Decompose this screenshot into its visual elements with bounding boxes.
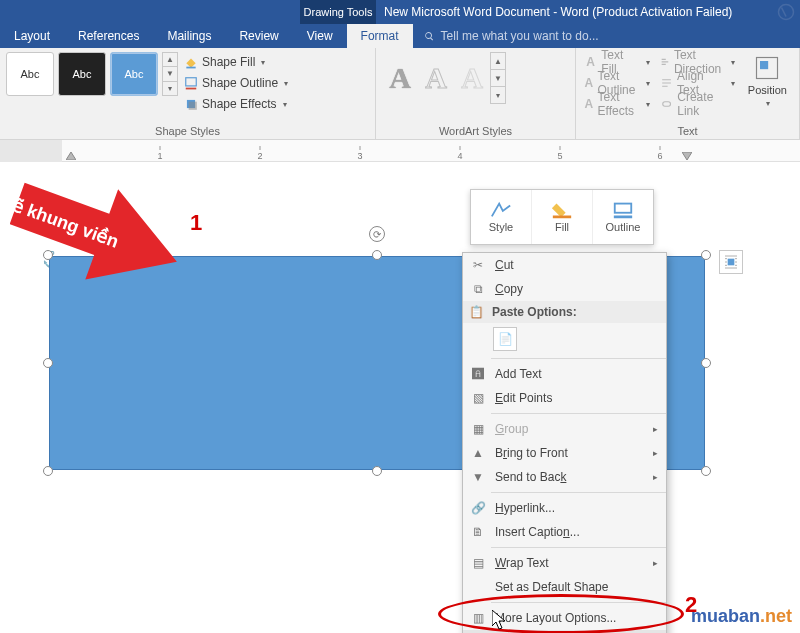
wordart-thumb-3[interactable]: A <box>454 52 490 104</box>
tell-me-placeholder: Tell me what you want to do... <box>441 29 599 43</box>
svg-rect-3 <box>186 88 197 90</box>
mini-outline-button[interactable]: Outline <box>593 190 653 244</box>
resize-handle-e[interactable] <box>701 358 711 368</box>
wordart-gallery-nav[interactable]: ▲▼▾ <box>490 52 506 104</box>
shape-style-gallery[interactable]: Abc Abc Abc ▲▼▾ <box>6 52 178 96</box>
svg-rect-2 <box>186 78 197 86</box>
shape-fill-button[interactable]: Shape Fill▾ <box>184 52 288 72</box>
horizontal-ruler[interactable]: 1 2 3 4 5 6 <box>0 140 800 162</box>
mini-fill-button[interactable]: Fill <box>532 190 593 244</box>
copy-icon: ⧉ <box>469 280 487 298</box>
cut-icon: ✂ <box>469 256 487 274</box>
drawing-tools-tab[interactable]: Drawing Tools <box>300 0 376 24</box>
wordart-thumb-2[interactable]: A <box>418 52 454 104</box>
send-back-icon: ▼ <box>469 468 487 486</box>
resize-handle-sw[interactable] <box>43 466 53 476</box>
tab-layout[interactable]: Layout <box>0 24 64 48</box>
menu-add-text[interactable]: 🅰 Add Text <box>463 362 666 386</box>
svg-rect-7 <box>760 61 768 69</box>
document-canvas[interactable]: ⚓ Style Fill Outline ⟳ <box>0 164 800 633</box>
link-icon: 🔗 <box>469 499 487 517</box>
svg-marker-17 <box>492 610 505 629</box>
resize-handle-nw[interactable] <box>43 250 53 260</box>
ribbon: Abc Abc Abc ▲▼▾ Shape Fill▾ Shape Outlin… <box>0 48 800 140</box>
title-bar: Drawing Tools New Microsoft Word Documen… <box>0 0 800 24</box>
menu-copy[interactable]: ⧉ Copy <box>463 277 666 301</box>
edit-points-icon: ▧ <box>469 389 487 407</box>
paste-option-icon[interactable]: 📄 <box>493 327 517 351</box>
menu-group: ▦ Group▸ <box>463 417 666 441</box>
paste-icon: 📋 <box>469 305 484 319</box>
svg-rect-1 <box>186 67 195 69</box>
svg-text:Vẽ khung viền: Vẽ khung viền <box>10 191 121 252</box>
shape-style-gallery-nav[interactable]: ▲▼▾ <box>162 52 178 96</box>
group-label-text: Text <box>582 123 793 137</box>
group-icon: ▦ <box>469 420 487 438</box>
shape-outline-button[interactable]: Shape Outline▾ <box>184 73 288 93</box>
resize-handle-n[interactable] <box>372 250 382 260</box>
caption-icon: 🗎 <box>469 523 487 541</box>
wrap-text-icon: ▤ <box>469 554 487 572</box>
shape-style-thumb-1[interactable]: Abc <box>6 52 54 96</box>
svg-rect-13 <box>614 216 632 219</box>
tell-me-input[interactable]: Tell me what you want to do... <box>413 24 800 48</box>
position-button[interactable]: Position▾ <box>743 52 791 110</box>
app-logo-icon <box>772 0 800 24</box>
text-effects-button[interactable]: AText Effects▾ <box>584 94 650 114</box>
annotation-number-1: 1 <box>190 210 202 236</box>
bring-front-icon: ▲ <box>469 444 487 462</box>
wrap-text-button[interactable]: Wrap Text <box>795 52 800 110</box>
menu-paste-options: 📋 Paste Options: <box>463 301 666 323</box>
resize-handle-se[interactable] <box>701 466 711 476</box>
menu-insert-caption[interactable]: 🗎 Insert Caption... <box>463 520 666 544</box>
svg-marker-10 <box>682 152 692 160</box>
ribbon-tabs: Layout References Mailings Review View F… <box>0 24 800 48</box>
mini-toolbar: Style Fill Outline <box>470 189 654 245</box>
layout-options-chip[interactable] <box>719 250 743 274</box>
shape-style-thumb-3[interactable]: Abc <box>110 52 158 96</box>
menu-hyperlink[interactable]: 🔗 Hyperlink... <box>463 496 666 520</box>
menu-wrap-text[interactable]: ▤ Wrap Text▸ <box>463 551 666 575</box>
resize-handle-s[interactable] <box>372 466 382 476</box>
add-text-icon: 🅰 <box>469 365 487 383</box>
menu-bring-to-front[interactable]: ▲ Bring to Front▸ <box>463 441 666 465</box>
resize-handle-ne[interactable] <box>701 250 711 260</box>
svg-rect-12 <box>615 204 632 213</box>
shape-style-thumb-2[interactable]: Abc <box>58 52 106 96</box>
group-shape-styles: Abc Abc Abc ▲▼▾ Shape Fill▾ Shape Outlin… <box>0 48 376 139</box>
shape-effects-button[interactable]: Shape Effects▾ <box>184 94 288 114</box>
tab-format[interactable]: Format <box>347 24 413 48</box>
cursor-icon <box>492 610 506 630</box>
layout-icon: ▥ <box>469 609 487 627</box>
context-menu: ✂ Cut ⧉ Copy 📋 Paste Options: 📄 🅰 Add Te… <box>462 252 667 633</box>
mini-style-button[interactable]: Style <box>471 190 532 244</box>
tab-references[interactable]: References <box>64 24 153 48</box>
rotate-handle[interactable]: ⟳ <box>369 226 385 242</box>
group-text-options: AText Fill▾ AText Outline▾ AText Effects… <box>576 48 800 139</box>
menu-set-default-shape[interactable]: Set as Default Shape <box>463 575 666 599</box>
menu-send-to-back[interactable]: ▼ Send to Back▸ <box>463 465 666 489</box>
document-title: New Microsoft Word Document - Word (Prod… <box>376 0 772 24</box>
menu-cut[interactable]: ✂ Cut <box>463 253 666 277</box>
resize-handle-w[interactable] <box>43 358 53 368</box>
group-wordart: A A A ▲▼▾ WordArt Styles <box>376 48 576 139</box>
group-label-shape-styles: Shape Styles <box>6 123 369 137</box>
group-label-wordart: WordArt Styles <box>382 123 569 137</box>
tab-mailings[interactable]: Mailings <box>153 24 225 48</box>
svg-rect-5 <box>189 102 197 110</box>
menu-edit-points[interactable]: ▧ Edit Points <box>463 386 666 410</box>
watermark: muaban.net <box>691 606 792 627</box>
create-link-button[interactable]: Create Link <box>660 94 735 114</box>
tab-view[interactable]: View <box>293 24 347 48</box>
tab-review[interactable]: Review <box>225 24 292 48</box>
svg-point-0 <box>779 5 794 20</box>
wordart-thumb-1[interactable]: A <box>382 52 418 104</box>
svg-rect-14 <box>728 259 735 266</box>
svg-rect-11 <box>553 216 571 219</box>
svg-marker-9 <box>66 152 76 160</box>
